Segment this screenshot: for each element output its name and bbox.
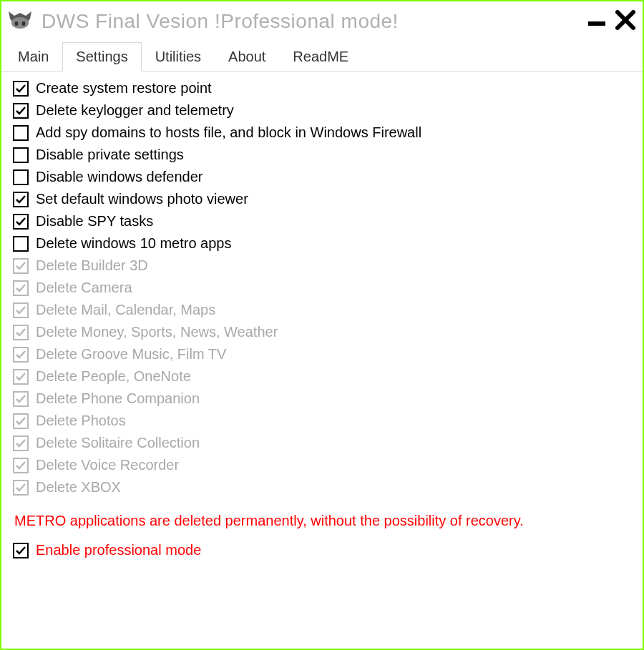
- svg-rect-3: [588, 21, 605, 26]
- checkbox-label: Disable windows defender: [36, 169, 203, 185]
- checkbox[interactable]: [13, 125, 29, 141]
- checkbox: [13, 480, 29, 496]
- checkbox-label: Delete Builder 3D: [36, 257, 148, 274]
- checkmark-icon: [15, 460, 26, 471]
- checkbox[interactable]: [13, 81, 29, 97]
- checkbox-label: Delete Voice Recorder: [36, 457, 179, 473]
- checkbox-row: Delete Voice Recorder: [13, 457, 631, 473]
- checkbox: [13, 458, 29, 473]
- checkbox-label: Create system restore point: [36, 80, 212, 97]
- tab-main[interactable]: Main: [4, 42, 62, 72]
- checkmark-icon: [15, 482, 26, 493]
- checkbox-list: Create system restore pointDelete keylog…: [13, 80, 631, 496]
- tab-readme[interactable]: ReadME: [279, 42, 362, 72]
- tab-about[interactable]: About: [215, 42, 279, 72]
- checkbox-label: Delete windows 10 metro apps: [36, 235, 231, 252]
- checkmark-icon: [15, 349, 26, 360]
- checkbox: [13, 413, 29, 429]
- tab-settings[interactable]: Settings: [62, 42, 141, 72]
- app-icon: [7, 9, 33, 34]
- checkbox: [13, 258, 29, 274]
- tab-utilities[interactable]: Utilities: [142, 42, 215, 72]
- window-controls: [587, 10, 635, 33]
- titlebar: DWS Final Vesion !Professional mode!: [1, 1, 643, 41]
- checkbox-row: Set default windows photo viewer: [13, 191, 631, 207]
- checkbox: [13, 435, 29, 451]
- checkbox: [13, 302, 29, 318]
- checkbox: [13, 280, 29, 296]
- checkbox-label: Delete Solitaire Collection: [36, 435, 200, 451]
- checkbox-row: Delete Builder 3D: [13, 257, 631, 274]
- minimize-button[interactable]: [587, 10, 607, 33]
- svg-point-0: [11, 17, 29, 29]
- checkbox-label: Delete People, OneNote: [36, 368, 191, 385]
- svg-point-1: [15, 21, 19, 26]
- checkbox-row: Delete keylogger and telemetry: [13, 102, 631, 119]
- checkmark-icon: [15, 393, 26, 405]
- checkbox-row: Delete Camera: [13, 280, 631, 296]
- checkmark-icon: [15, 438, 26, 449]
- checkbox-row: Delete Solitaire Collection: [13, 435, 631, 451]
- checkmark-icon: [15, 545, 26, 556]
- checkbox-label: Disable SPY tasks: [36, 213, 153, 230]
- checkbox-row: Delete Money, Sports, News, Weather: [13, 324, 631, 340]
- close-button[interactable]: [615, 10, 635, 33]
- professional-mode-label: Enable professional mode: [36, 542, 201, 558]
- checkbox-row: Disable SPY tasks: [13, 213, 631, 230]
- checkbox[interactable]: [13, 214, 29, 230]
- checkbox-label: Delete XBOX: [36, 479, 121, 496]
- checkbox[interactable]: [13, 192, 29, 207]
- checkbox-row: Delete Photos: [13, 413, 631, 429]
- checkbox-label: Delete Camera: [36, 280, 132, 296]
- checkmark-icon: [15, 305, 26, 316]
- tab-bar: Main Settings Utilities About ReadME: [1, 41, 643, 72]
- metro-warning: METRO applications are deleted permanent…: [14, 513, 631, 529]
- checkbox-row: Delete Phone Companion: [13, 390, 631, 407]
- checkbox-row: Disable private settings: [13, 147, 631, 163]
- checkbox-row: Delete XBOX: [13, 479, 631, 496]
- checkmark-icon: [15, 327, 26, 338]
- checkbox-row: Create system restore point: [13, 80, 631, 97]
- professional-mode-row: Enable professional mode: [13, 542, 631, 558]
- checkbox-row: Add spy domains to hosts file, and block…: [13, 124, 631, 141]
- checkmark-icon: [15, 105, 26, 117]
- settings-panel: Create system restore pointDelete keylog…: [1, 72, 643, 573]
- professional-mode-checkbox[interactable]: [13, 543, 29, 558]
- checkbox-label: Delete keylogger and telemetry: [36, 102, 234, 119]
- checkbox[interactable]: [13, 236, 29, 252]
- checkmark-icon: [15, 260, 26, 272]
- checkmark-icon: [15, 216, 26, 227]
- checkbox-label: Delete Phone Companion: [36, 390, 200, 407]
- checkbox[interactable]: [13, 103, 29, 119]
- svg-point-2: [22, 21, 26, 26]
- checkbox-label: Disable private settings: [36, 147, 184, 163]
- checkbox-label: Delete Photos: [36, 413, 126, 429]
- checkbox: [13, 391, 29, 407]
- checkbox: [13, 347, 29, 363]
- checkbox: [13, 369, 29, 385]
- checkbox[interactable]: [13, 169, 29, 185]
- checkbox-row: Delete Groove Music, Film TV: [13, 346, 631, 363]
- checkbox-label: Delete Mail, Calendar, Maps: [36, 302, 215, 318]
- checkbox-row: Delete windows 10 metro apps: [13, 235, 631, 252]
- checkbox-label: Set default windows photo viewer: [36, 191, 248, 207]
- checkmark-icon: [15, 415, 26, 427]
- checkbox-label: Delete Money, Sports, News, Weather: [36, 324, 278, 340]
- window-title: DWS Final Vesion !Professional mode!: [42, 10, 587, 33]
- checkmark-icon: [15, 371, 26, 383]
- checkbox: [13, 325, 29, 340]
- checkbox-row: Disable windows defender: [13, 169, 631, 185]
- checkbox-row: Delete People, OneNote: [13, 368, 631, 385]
- checkmark-icon: [15, 83, 26, 94]
- checkmark-icon: [15, 282, 26, 294]
- checkmark-icon: [15, 194, 26, 205]
- checkbox-label: Delete Groove Music, Film TV: [36, 346, 226, 363]
- checkbox-label: Add spy domains to hosts file, and block…: [36, 124, 421, 141]
- checkbox-row: Delete Mail, Calendar, Maps: [13, 302, 631, 318]
- checkbox[interactable]: [13, 147, 29, 163]
